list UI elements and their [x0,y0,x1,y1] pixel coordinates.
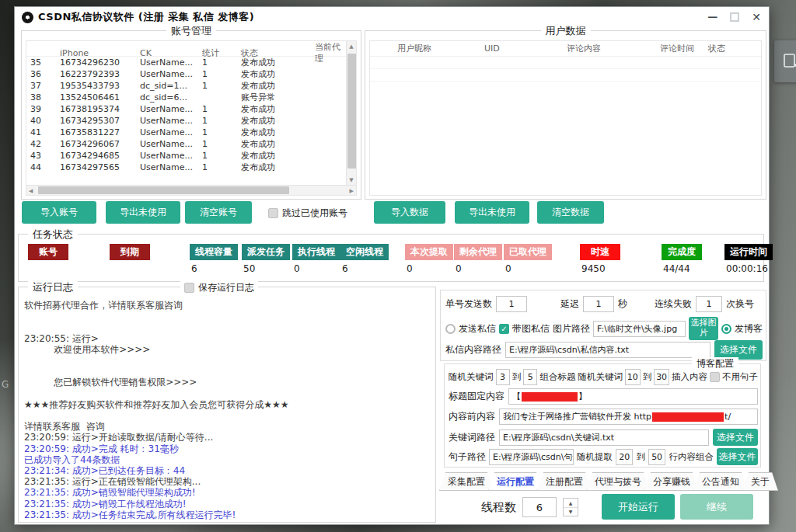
cell-iphone: 16734295307 [56,116,136,126]
config-tab[interactable]: 运行配置 [488,472,543,491]
account-table[interactable]: iPhone CK 统计 状态 当前代理 35 16734296230 User… [26,40,357,196]
cell-iphone: 16738195374 [56,104,136,114]
col-iphone: iPhone [56,48,136,58]
spin-down-icon[interactable]: ▼ [564,508,578,516]
status-item: 空闲线程 6 [340,244,389,274]
status-value: 44/44 [662,263,702,274]
scroll-left-icon[interactable]: ◀ [29,186,33,196]
table-row[interactable]: 37 19535433793 dc_sid=1... 1 发布成功 [26,80,356,92]
kw2-from-input[interactable]: 10 [625,369,641,385]
send-config-box: 单号发送数 1 延迟 1 秒 连续失败 1 次换号 发送私信 ✓ 带图私信 图片… [440,290,766,361]
keyword-path-input[interactable]: E:\程序源码\csdn\关键词.txt [499,429,709,446]
no-sentence-label: 不用句子 [722,371,758,383]
config-tab[interactable]: 代理与拨号 [586,472,650,491]
sentence-path-label: 句子路径 [449,450,486,464]
scroll-thumb[interactable] [38,186,289,194]
vertical-scrollbar[interactable]: ▲ ▼ [346,41,356,185]
table-row[interactable]: 36 16223792393 UserName... 1 发布成功 [26,68,356,80]
cell-ck: dc_sid=1... [136,81,198,91]
choose-image-button[interactable]: 选择图片 [689,317,718,340]
table-row[interactable]: 42 16734296067 UserName... 1 发布成功 [26,138,356,150]
pm-content-input[interactable]: E:\程序源码\csdn\私信内容.txt [505,342,710,358]
choose-keyword-file-button[interactable]: 选择文件 [713,429,758,446]
scroll-thumb[interactable] [347,54,356,169]
status-value: 6 [190,263,238,274]
col-uid: UID [480,43,563,54]
cell-iphone: 16734297565 [56,162,136,172]
note-add-icon[interactable] [774,40,796,82]
scroll-up-icon[interactable]: ▲ [349,41,353,51]
log-line [24,388,431,399]
no-sentence-checkbox[interactable] [710,372,720,382]
image-pm-checkbox[interactable]: ✓ [499,324,509,334]
table-row[interactable]: 40 16734295307 UserName... 1 发布成功 [26,115,356,127]
status-value: 50 [242,263,290,274]
cell-iphone: 16223792393 [56,69,136,79]
delay-input[interactable]: 1 [583,296,614,312]
cell-count: 1 [198,69,237,79]
status-item: 到期 [110,244,150,274]
import-data-button[interactable]: 导入数据 [374,201,445,224]
title-bar[interactable]: CSDN私信协议软件 (注册 采集 私信 发博客) — ✕ [15,7,769,27]
kw2-to-input[interactable]: 30 [654,369,669,385]
log-output[interactable]: 软件招募代理合作，详情联系客服咨询 23:20:55: 运行> 欢迎使用本软件>… [24,300,431,520]
scroll-down-icon[interactable]: ▼ [349,175,353,185]
sentence-path-input[interactable]: E:\程序源码\csdn\句子. [489,449,574,465]
config-tab[interactable]: 关于 [742,472,778,491]
continue-button[interactable]: 继续 [680,494,753,520]
send-pm-label: 发送私信 [459,322,496,336]
export-unused-data-button[interactable]: 导出未使用 [455,201,529,224]
per-send-input[interactable]: 1 [496,296,527,312]
log-line: 23:21:35: 成功>销毁工作线程池成功! [24,499,431,509]
user-data-table[interactable]: 用户昵称 UID 评论内容 评论时间 状态 [369,40,762,196]
config-tab[interactable]: 采集配置 [439,472,494,491]
table-row[interactable]: 44 16734297565 UserName... 1 发布成功 [26,162,356,173]
clear-data-button[interactable]: 清空数据 [537,201,604,224]
checkbox-icon[interactable] [268,208,278,218]
blog-radio[interactable] [721,324,731,334]
extract-from-input[interactable]: 20 [616,449,633,465]
table-row[interactable]: 43 16734294685 UserName... 1 发布成功 [26,150,356,162]
cell-index: 44 [26,162,56,172]
thread-count-stepper[interactable]: ▲ ▼ [563,498,578,516]
clear-accounts-button[interactable]: 清空账号 [185,201,252,224]
content-prefix-label: 内容前内容 [449,410,495,423]
spin-up-icon[interactable]: ▲ [564,499,578,508]
scroll-right-icon[interactable]: ▶ [350,186,354,196]
config-tab[interactable]: 注册配置 [537,472,592,491]
table-row[interactable]: 39 16738195374 UserName... 1 发布成功 [26,103,356,115]
import-accounts-button[interactable]: 导入账号 [22,201,96,224]
cell-index: 42 [26,139,56,149]
status-value: 0 [405,263,453,274]
title-fixed-input[interactable]: 【 】 [508,388,758,405]
status-value: 9450 [580,263,620,274]
maximize-button[interactable] [730,12,739,22]
col-status: 状态 [704,43,751,54]
kw1-to-input[interactable]: 5 [523,369,537,385]
log-line [24,366,431,377]
content-prefix-input[interactable]: 我们专注于网络推广营销软件开发 http t/ [499,409,758,425]
send-pm-radio[interactable] [445,324,456,334]
config-tab[interactable]: 公告通知 [693,472,748,491]
minimize-button[interactable]: — [707,13,717,21]
kw1-from-input[interactable]: 3 [496,369,510,385]
checkbox-icon[interactable] [184,283,194,293]
cell-index: 43 [26,151,56,161]
skip-used-accounts-checkbox[interactable]: 跳过已使用账号 [268,207,347,220]
user-data-title: 用户数据 [541,24,591,38]
thread-count-input[interactable]: 6 [522,497,557,517]
start-run-button[interactable]: 开始运行 [602,494,675,520]
config-tab[interactable]: 分享赚钱 [644,472,699,491]
table-row[interactable]: 38 13524506461 dc_sid=6... 账号异常 [26,92,356,103]
extract-to-input[interactable]: 50 [648,449,665,465]
fail-input[interactable]: 1 [696,296,722,312]
table-row[interactable]: 35 16734296230 UserName... 1 发布成功 [26,57,356,68]
export-unused-accounts-button[interactable]: 导出未使用 [106,201,180,224]
close-button[interactable]: ✕ [752,11,761,23]
col-proxy: 当前代理 [311,41,346,64]
save-log-checkbox[interactable]: 保存运行日志 [180,281,258,294]
image-path-input[interactable]: F:\临时文件\头像.jpg [593,321,686,337]
table-row[interactable]: 41 16735831227 UserName... 1 发布成功 [26,127,356,138]
horizontal-scrollbar[interactable]: ◀ ▶ [26,185,356,195]
choose-sentence-file-button[interactable]: 选择文件 [717,448,758,465]
